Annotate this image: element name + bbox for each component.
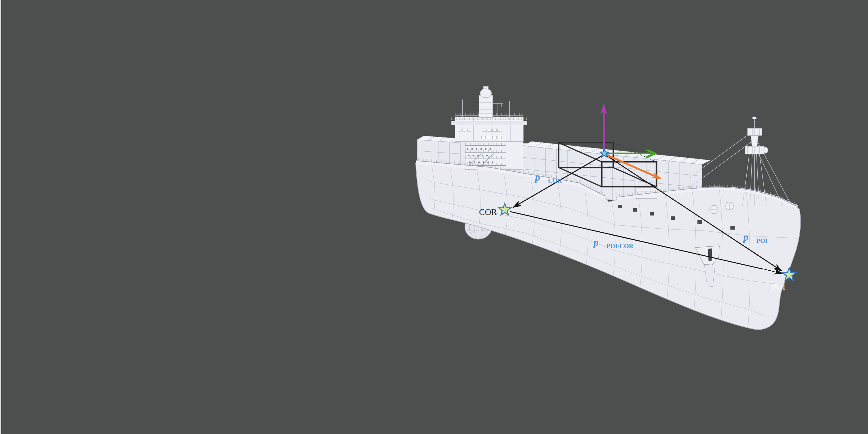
cor-label: COR	[479, 207, 497, 217]
bridge-wing-deck	[452, 121, 527, 125]
figure-canvas: COR POI p⃗COR p⃗POI/COR p⃗POI	[0, 0, 868, 434]
left-edge-strip	[0, 0, 1, 434]
radome-tower	[479, 86, 493, 118]
axis-up-arrow	[603, 105, 604, 152]
radar-dish	[764, 147, 768, 153]
poi-label: POI	[772, 282, 785, 291]
